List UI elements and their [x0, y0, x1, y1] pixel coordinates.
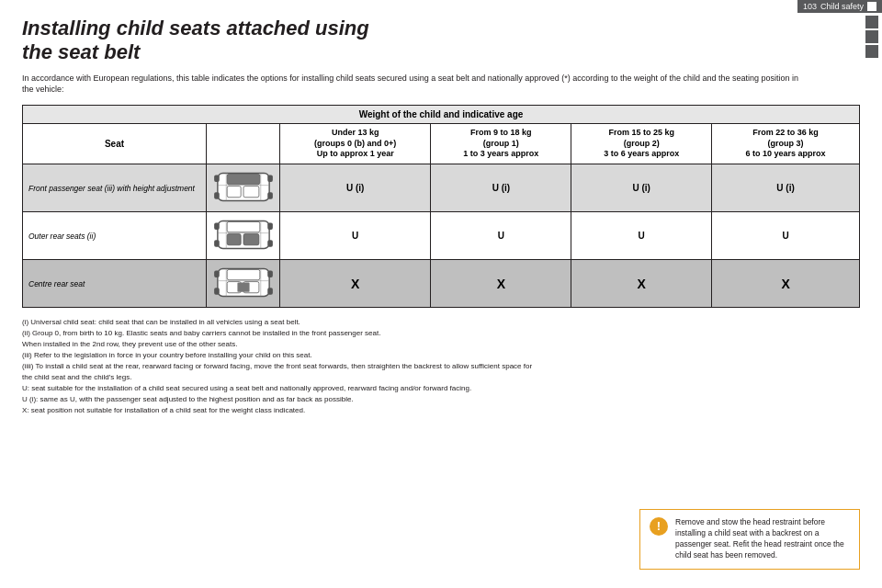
- svg-rect-31: [214, 288, 220, 295]
- row-under13: U (i): [280, 164, 431, 212]
- footnote-item: U (i): same as U, with the passenger sea…: [22, 394, 537, 405]
- footnote-item: (iiii) To install a child seat at the re…: [22, 361, 537, 383]
- col-header-seat: Seat: [23, 123, 207, 164]
- row-15to25: X: [571, 260, 712, 308]
- row-9to18: U (i): [431, 164, 571, 212]
- svg-rect-17: [243, 234, 259, 245]
- svg-rect-32: [267, 270, 273, 277]
- row-9to18: U: [431, 212, 571, 260]
- row-15to25: U: [571, 212, 712, 260]
- svg-rect-15: [227, 221, 260, 232]
- row-car-img: [207, 260, 280, 308]
- main-content: Installing child seats attached using th…: [0, 0, 882, 431]
- svg-rect-5: [227, 187, 241, 198]
- svg-rect-18: [214, 222, 220, 230]
- footnotes: (i) Universal child seat: child seat tha…: [22, 317, 537, 416]
- row-car-img: [207, 212, 280, 260]
- table-row: Outer rear seats (ii) U U U U: [23, 212, 860, 260]
- col-header-car-img: [207, 123, 280, 164]
- col-header-22to36: From 22 to 36 kg(group 3)6 to 10 years a…: [712, 123, 860, 164]
- svg-rect-26: [227, 269, 260, 279]
- col-header-9to18: From 9 to 18 kg(group 1)1 to 3 years app…: [431, 123, 571, 164]
- footnote-item: (i) Universal child seat: child seat tha…: [22, 317, 537, 328]
- svg-rect-21: [267, 240, 273, 247]
- svg-rect-20: [267, 222, 273, 230]
- row-22to36: X: [712, 260, 860, 308]
- row-label: Centre rear seat: [23, 260, 207, 308]
- svg-rect-7: [214, 175, 220, 182]
- svg-rect-33: [267, 288, 273, 295]
- row-under13: U: [280, 212, 431, 260]
- footnote-item: (iii) Refer to the legislation in force …: [22, 350, 537, 361]
- table-col-headers: Seat Under 13 kg(groups 0 (b) and 0+)Up …: [23, 123, 860, 164]
- svg-rect-4: [227, 174, 260, 184]
- svg-rect-19: [214, 240, 220, 247]
- row-22to36: U: [712, 212, 860, 260]
- svg-rect-8: [214, 192, 220, 199]
- svg-rect-9: [267, 175, 273, 182]
- col-header-15to25: From 15 to 25 kg(group 2)3 to 6 years ap…: [571, 123, 712, 164]
- col-header-under13: Under 13 kg(groups 0 (b) and 0+)Up to ap…: [280, 123, 431, 164]
- svg-rect-30: [214, 270, 220, 277]
- row-label: Front passenger seat (iii) with height a…: [23, 164, 207, 212]
- title-line2: the seat belt: [22, 40, 140, 63]
- table-row: Front passenger seat (iii) with height a…: [23, 164, 860, 212]
- child-seat-table: Weight of the child and indicative age S…: [22, 105, 860, 308]
- row-22to36: U (i): [712, 164, 860, 212]
- table-header-top: Weight of the child and indicative age: [23, 105, 860, 123]
- table-row: Centre rear seat X X X X: [23, 260, 860, 308]
- row-9to18: X: [431, 260, 571, 308]
- title-line1: Installing child seats attached using: [22, 17, 369, 40]
- page-title: Installing child seats attached using th…: [22, 17, 537, 65]
- footnote-item: X: seat position not suitable for instal…: [22, 405, 537, 416]
- warning-box: ! Remove and stow the head restraint bef…: [639, 509, 860, 570]
- intro-text: In accordance with European regulations,…: [22, 73, 812, 96]
- warning-icon-symbol: !: [657, 518, 661, 535]
- row-car-img: [207, 164, 280, 212]
- row-15to25: U (i): [571, 164, 712, 212]
- table-main-header: Weight of the child and indicative age: [23, 105, 860, 123]
- svg-rect-6: [243, 187, 259, 198]
- warning-icon: !: [650, 517, 668, 536]
- svg-rect-29: [237, 283, 249, 292]
- footnote-item: When installed in the 2nd row, they prev…: [22, 339, 537, 350]
- warning-text: Remove and stow the head restraint befor…: [675, 517, 850, 561]
- row-under13: X: [280, 260, 431, 308]
- footnote-item: (ii) Group 0, from birth to 10 kg. Elast…: [22, 328, 537, 339]
- table-body: Front passenger seat (iii) with height a…: [23, 164, 860, 308]
- svg-rect-16: [227, 234, 241, 245]
- row-label: Outer rear seats (ii): [23, 212, 207, 260]
- footnote-item: U: seat suitable for the installation of…: [22, 383, 537, 394]
- svg-rect-10: [267, 192, 273, 199]
